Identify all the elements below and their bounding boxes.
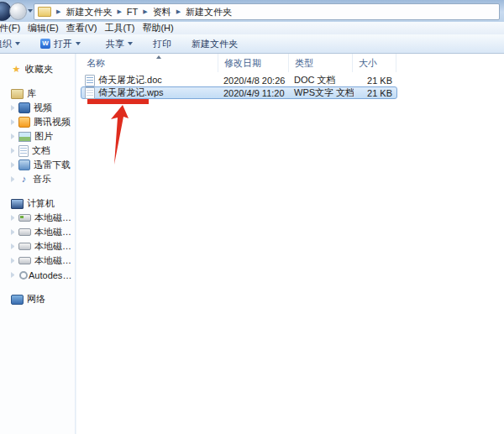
library-icon [11, 89, 24, 99]
menu-item-help[interactable]: 帮助(H) [142, 22, 181, 34]
sidebar-item[interactable]: 视频 [0, 101, 75, 115]
forward-button[interactable] [9, 3, 27, 20]
tencent-video-icon [18, 117, 30, 128]
sidebar-item[interactable]: 收藏夹 [0, 62, 75, 76]
star-icon [11, 64, 22, 75]
file-size: 21 KB [354, 88, 398, 98]
sidebar-item[interactable]: 腾讯视频 [0, 115, 75, 129]
sidebar-item[interactable]: 图片 [0, 129, 75, 144]
sidebar-item-label: 库 [27, 87, 36, 100]
expander-icon[interactable] [11, 119, 17, 125]
new-folder-label: 新建文件夹 [192, 38, 238, 50]
sidebar-item[interactable]: 本地磁盘 (F:) [0, 254, 75, 268]
autodesk-360-icon [19, 271, 28, 280]
share-button[interactable]: 共享 [102, 36, 136, 52]
file-date-modified: 2020/4/8 20:26 [219, 76, 290, 86]
address-bar[interactable]: ▶ 新建文件夹 ▶ FT ▶ 资料 ▶ 新建文件夹 [34, 3, 500, 20]
sidebar-item[interactable]: 本地磁盘 (E:) [0, 239, 75, 254]
sidebar-item-label: 收藏夹 [25, 63, 53, 76]
breadcrumb-item-1[interactable]: 新建文件夹 [66, 6, 112, 18]
breadcrumb-separator-icon: ▶ [56, 8, 60, 15]
sidebar-item[interactable]: 文档 [0, 144, 75, 158]
command-toolbar: 组织 W 打开 共享 打印 新建文件夹 [0, 34, 504, 54]
breadcrumb-item-4[interactable]: 新建文件夹 [186, 6, 232, 18]
file-row[interactable]: 倚天屠龙记.wps 2020/4/9 11:20 WPS文字 文档 21 KB [81, 86, 397, 99]
sidebar-item[interactable]: 音乐 [0, 172, 75, 186]
sidebar-item-label: 图片 [34, 130, 53, 143]
expander-icon[interactable] [11, 162, 17, 168]
sidebar-item[interactable]: 本地磁盘 (D:) [0, 225, 75, 239]
doc-file-icon [85, 75, 95, 86]
file-name: 倚天屠龙记.wps [98, 86, 164, 99]
print-label: 打印 [153, 38, 171, 50]
history-dropdown-icon[interactable] [28, 9, 33, 13]
documents-icon [18, 145, 29, 157]
column-header-date-modified[interactable]: 修改日期 [218, 54, 289, 72]
navigation-pane: 收藏夹 库 视频 腾讯视频 [0, 54, 75, 434]
wps-file-icon [85, 87, 95, 99]
sidebar-item-label: 文档 [32, 144, 50, 157]
file-date-modified: 2020/4/9 11:20 [219, 88, 290, 98]
expander-icon[interactable] [11, 133, 17, 139]
sidebar-item-label: 计算机 [27, 197, 55, 210]
folder-icon [38, 7, 51, 17]
sidebar-item-label: 本地磁盘 (C:) [34, 212, 75, 224]
column-header-size[interactable]: 大小 [353, 54, 396, 72]
sidebar-item[interactable]: 计算机 [0, 196, 75, 211]
organize-button[interactable]: 组织 [0, 36, 24, 52]
drive-icon [18, 257, 31, 264]
sidebar-item[interactable]: 网络 [0, 292, 75, 306]
breadcrumb-item-3[interactable]: 资料 [153, 6, 171, 18]
sidebar-item[interactable]: Autodesk 360 [0, 268, 75, 282]
sidebar-item-label: 腾讯视频 [34, 116, 71, 128]
sidebar-item[interactable]: 迅雷下载 [0, 158, 75, 172]
sidebar-item[interactable]: 库 [0, 86, 75, 101]
chevron-down-icon [15, 42, 20, 45]
menu-item-file[interactable]: 文件(F) [0, 22, 28, 34]
menu-item-edit[interactable]: 编辑(E) [28, 22, 66, 34]
wps-app-icon: W [40, 39, 50, 49]
new-folder-button[interactable]: 新建文件夹 [188, 36, 241, 52]
breadcrumb-separator-icon: ▶ [176, 8, 181, 15]
file-list-pane: 名称 修改日期 类型 大小 倚天屠龙记.doc 2020/4/8 20:26 D… [76, 54, 504, 434]
expander-icon[interactable] [11, 105, 17, 111]
expander-icon[interactable] [11, 148, 17, 154]
sidebar-item-label: 本地磁盘 (D:) [34, 226, 75, 238]
chevron-down-icon [76, 42, 81, 45]
share-label: 共享 [106, 38, 124, 50]
file-type: WPS文字 文档 [290, 86, 354, 99]
computer-icon [11, 199, 24, 209]
breadcrumb-separator-icon: ▶ [143, 8, 147, 15]
drive-icon [18, 228, 31, 236]
menu-item-tools[interactable]: 工具(T) [104, 22, 142, 34]
sort-ascending-caret-icon [156, 55, 161, 59]
expander-icon[interactable] [11, 176, 17, 182]
title-address-bar: ▶ 新建文件夹 ▶ FT ▶ 资料 ▶ 新建文件夹 [0, 0, 504, 22]
sidebar-item-label: 本地磁盘 (E:) [34, 240, 75, 253]
file-type: DOC 文档 [290, 74, 354, 86]
expander-icon[interactable] [11, 229, 17, 235]
file-row[interactable]: 倚天屠龙记.doc 2020/4/8 20:26 DOC 文档 21 KB [81, 74, 397, 86]
main-area: 收藏夹 库 视频 腾讯视频 [0, 54, 504, 434]
column-header-name[interactable]: 名称 [76, 54, 218, 72]
expander-icon[interactable] [11, 243, 17, 249]
video-icon [18, 102, 30, 113]
expander-icon[interactable] [11, 272, 17, 278]
open-button[interactable]: W 打开 [37, 36, 84, 52]
pictures-icon [18, 132, 31, 142]
sidebar-item[interactable]: 本地磁盘 (C:) [0, 211, 75, 225]
expander-icon[interactable] [11, 215, 17, 221]
expander-icon[interactable] [11, 258, 17, 264]
menu-item-view[interactable]: 查看(V) [66, 22, 105, 34]
print-button[interactable]: 打印 [150, 36, 175, 52]
file-rows: 倚天屠龙记.doc 2020/4/8 20:26 DOC 文档 21 KB 倚天… [81, 74, 397, 99]
breadcrumb-separator-icon: ▶ [117, 8, 121, 15]
sidebar-item-label: 迅雷下载 [34, 159, 71, 171]
breadcrumb-item-2[interactable]: FT [127, 7, 138, 17]
sidebar-item-label: 音乐 [33, 173, 51, 186]
column-header-type[interactable]: 类型 [289, 54, 353, 72]
organize-label: 组织 [0, 38, 12, 50]
sidebar-item-label: 视频 [34, 102, 52, 114]
music-icon [18, 174, 29, 185]
column-header-row: 名称 修改日期 类型 大小 [76, 54, 504, 72]
